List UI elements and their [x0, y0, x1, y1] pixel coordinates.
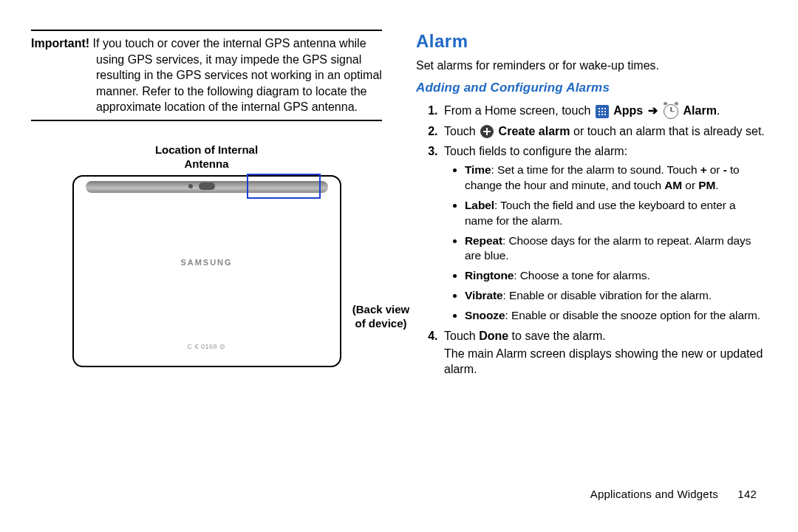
diagram-top-label: Location of Internal Antenna — [31, 143, 382, 171]
page: Important! If you touch or cover the int… — [0, 0, 798, 488]
alarm-heading: Alarm — [416, 30, 767, 53]
step4-pre: Touch — [444, 330, 479, 342]
step3-text: Touch fields to configure the alarm: — [444, 145, 627, 157]
important-box: Important! If you touch or cover the int… — [31, 30, 382, 121]
adding-configuring-heading: Adding and Configuring Alarms — [416, 80, 767, 97]
bullet-snooze: Snooze: Enable or disable the snooze opt… — [465, 308, 767, 324]
alarm-clock-icon — [664, 104, 678, 119]
diagram-top-label-line2: Antenna — [185, 157, 229, 170]
bullet-ringtone: Ringtone: Choose a tone for alarms. — [465, 268, 767, 284]
antenna-highlight-box — [247, 174, 321, 199]
step2-post: or touch an alarm that is already set. — [573, 125, 765, 137]
alarm-label: Alarm — [683, 104, 717, 117]
ce-mark: C € 0168 ⊘ — [187, 342, 225, 351]
step4-extra: The main Alarm screen displays showing t… — [444, 346, 767, 378]
bullet-time: Time: Set a time for the alarm to sound.… — [465, 163, 767, 194]
step2-pre: Touch — [444, 125, 479, 137]
alarm-lead: Set alarms for reminders or for wake-up … — [416, 58, 767, 74]
config-bullets: Time: Set a time for the alarm to sound.… — [444, 163, 767, 324]
tablet-back: SAMSUNG C € 0168 ⊘ — [72, 175, 341, 367]
back-view-label-line2: of device) — [355, 317, 406, 330]
bullet-repeat: Repeat: Choose days for the alarm to rep… — [465, 233, 767, 265]
step-3: Touch fields to configure the alarm: Tim… — [441, 143, 767, 324]
arrow-icon: ➔ — [648, 104, 658, 117]
create-alarm-label: Create alarm — [499, 125, 570, 137]
step1-pre: From a Home screen, touch — [444, 104, 594, 117]
footer-section: Applications and Widgets — [590, 488, 718, 500]
bullet-vibrate: Vibrate: Enable or disable vibration for… — [465, 288, 767, 304]
plus-icon — [480, 125, 494, 138]
page-number: 142 — [737, 488, 757, 500]
steps-list: From a Home screen, touch Apps ➔ Alarm. … — [416, 103, 767, 378]
step-1: From a Home screen, touch Apps ➔ Alarm. — [441, 103, 767, 119]
left-column: Important! If you touch or cover the int… — [31, 30, 382, 473]
back-view-label: (Back view of device) — [346, 303, 417, 331]
apps-icon — [596, 105, 609, 118]
done-label: Done — [479, 330, 508, 342]
page-footer: Applications and Widgets 142 — [0, 488, 798, 514]
step4-post: to save the alarm. — [508, 330, 606, 342]
camera-icon — [199, 183, 215, 190]
bullet-label: Label: Touch the field and use the keybo… — [465, 198, 767, 229]
important-text: If you touch or cover the internal GPS a… — [93, 37, 382, 113]
right-column: Alarm Set alarms for reminders or for wa… — [416, 30, 767, 473]
brand-label: SAMSUNG — [180, 256, 232, 267]
step-4: Touch Done to save the alarm. The main A… — [441, 328, 767, 378]
important-label: Important! — [31, 37, 89, 50]
step-2: Touch Create alarm or touch an alarm tha… — [441, 123, 767, 140]
diagram: Location of Internal Antenna SAMSUNG C €… — [31, 143, 382, 372]
diagram-top-label-line1: Location of Internal — [155, 143, 258, 156]
apps-label: Apps — [613, 104, 643, 117]
back-view-label-line1: (Back view — [352, 303, 410, 316]
